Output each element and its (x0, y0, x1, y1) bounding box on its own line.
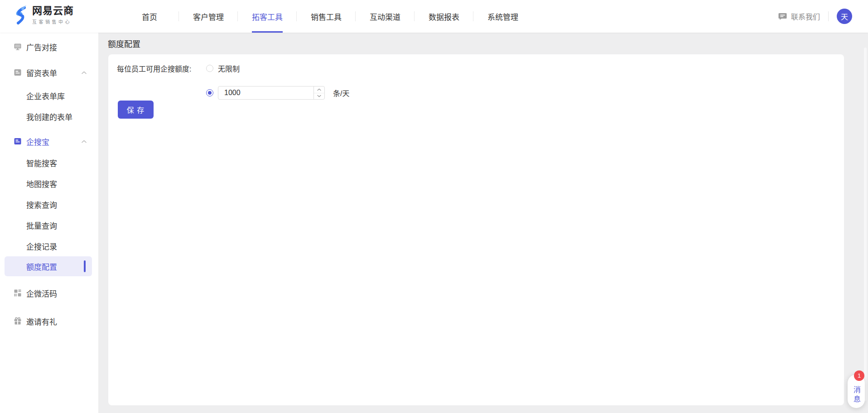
app-header: 网易云商 互客销售中心 首页 客户管理 拓客工具 销售工具 互动渠道 数据报表 … (0, 0, 868, 33)
number-spinner (313, 86, 324, 99)
nav-item-home[interactable]: 首页 (120, 0, 179, 33)
sidebar-item-label: 企搜记录 (26, 240, 57, 252)
sidebar-item-invite-rewards[interactable]: 邀请有礼 (0, 310, 98, 332)
logo-title: 网易云商 (32, 5, 74, 17)
sidebar-item-quota-config[interactable]: 额度配置 (5, 256, 92, 276)
nav-item-data-reports[interactable]: 数据报表 (415, 0, 473, 33)
quota-number-input-wrapper (218, 86, 325, 100)
sidebar-item-label: 地图搜客 (26, 178, 57, 189)
sidebar-item-batch-query[interactable]: 批量查询 (0, 215, 98, 235)
logo-icon (13, 5, 28, 26)
page-scrollbar[interactable] (864, 48, 867, 401)
avatar[interactable]: 天 (837, 9, 852, 24)
sidebar-item-wecom-qr[interactable]: 企微活码 (0, 282, 98, 304)
page-title: 额度配置 (99, 33, 868, 54)
nav-item-customer-management[interactable]: 客户管理 (179, 0, 238, 33)
quota-row-limited: 条/天 (117, 86, 844, 100)
nav-item-system-management[interactable]: 系统管理 (473, 0, 532, 33)
top-nav: 首页 客户管理 拓客工具 销售工具 互动渠道 数据报表 系统管理 (120, 0, 532, 33)
quota-config-card: 每位员工可用企搜额度: 无限制 (108, 54, 844, 405)
spinner-down-icon[interactable] (314, 93, 324, 100)
quota-row-unlimited: 每位员工可用企搜额度: 无限制 (117, 62, 844, 75)
sidebar-item-label: 额度配置 (26, 261, 57, 272)
sidebar-item-my-forms[interactable]: 我创建的表单 (0, 106, 98, 127)
quota-unit-label: 条/天 (333, 87, 349, 98)
sidebar-item-label: 企微活码 (26, 288, 57, 299)
logo-subtitle: 互客销售中心 (32, 18, 74, 25)
logo-text: 网易云商 互客销售中心 (32, 5, 74, 25)
spinner-up-icon[interactable] (314, 86, 324, 93)
quota-form-label: 每位员工可用企搜额度: (117, 63, 206, 74)
sidebar-item-form-library[interactable]: 企业表单库 (0, 85, 98, 106)
sidebar-item-ad-connect[interactable]: 广告对接 (0, 36, 98, 58)
radio-daily-quota[interactable] (206, 89, 213, 96)
quota-input[interactable] (218, 86, 309, 99)
sidebar-item-label: 智能搜客 (26, 157, 57, 168)
sidebar-item-label: 企搜宝 (26, 136, 49, 147)
messages-label: 消息 (852, 386, 861, 405)
sidebar-item-label: 留资表单 (26, 67, 57, 78)
sidebar-item-search-query[interactable]: 搜索查询 (0, 194, 98, 215)
sidebar-item-label: 广告对接 (26, 41, 57, 53)
sidebar-item-label: 我创建的表单 (26, 111, 72, 122)
save-button[interactable]: 保 存 (118, 101, 154, 119)
nav-item-interaction-channels[interactable]: 互动渠道 (356, 0, 415, 33)
sidebar: 广告对接 留资表单 企业表单库 我创建的表单 (0, 33, 99, 413)
header-divider (828, 11, 829, 21)
main-content: 额度配置 每位员工可用企搜额度: 无限制 (99, 33, 868, 413)
chevron-up-icon[interactable] (82, 140, 87, 143)
app-logo[interactable]: 网易云商 互客销售中心 (13, 5, 74, 26)
radio-unlimited-label: 无限制 (218, 63, 240, 74)
sidebar-item-label: 企业表单库 (26, 90, 65, 101)
form-icon (14, 68, 22, 77)
sidebar-item-search-records[interactable]: 企搜记录 (0, 235, 98, 256)
sidebar-item-smart-search[interactable]: 智能搜客 (0, 152, 98, 173)
monitor-icon (14, 43, 22, 51)
gift-icon (14, 317, 22, 325)
nav-item-sales-tools[interactable]: 销售工具 (297, 0, 356, 33)
messages-badge: 1 (854, 370, 864, 381)
contact-us-button[interactable]: 联系我们 (778, 11, 820, 22)
search-doc-icon (14, 137, 22, 145)
header-right-cluster: 联系我们 天 (778, 0, 852, 33)
chevron-up-icon[interactable] (82, 71, 87, 74)
chat-bubble-icon (778, 13, 787, 20)
sidebar-group-qisoubao[interactable]: 企搜宝 (0, 130, 98, 152)
contact-us-label: 联系我们 (791, 11, 820, 22)
sidebar-item-label: 搜索查询 (26, 199, 57, 210)
sidebar-item-map-search[interactable]: 地图搜客 (0, 173, 98, 194)
grid-icon (14, 289, 22, 297)
page-layout: 广告对接 留资表单 企业表单库 我创建的表单 (0, 33, 868, 413)
nav-item-prospecting-tools[interactable]: 拓客工具 (238, 0, 297, 33)
sidebar-group-lead-forms[interactable]: 留资表单 (0, 62, 98, 83)
sidebar-item-label: 批量查询 (26, 220, 57, 231)
sidebar-item-label: 邀请有礼 (26, 316, 57, 327)
radio-unlimited[interactable] (206, 65, 213, 72)
